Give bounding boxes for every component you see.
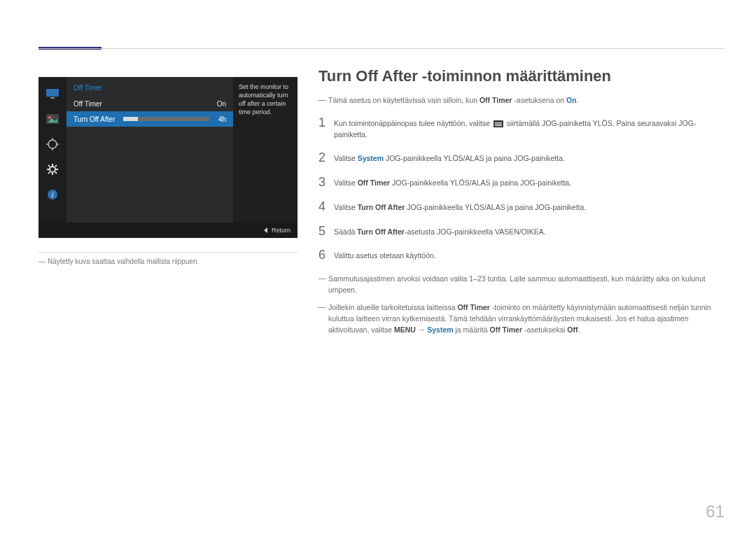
step-3: 3 Valitse Off Timer JOG-painikkeella YLÖ… bbox=[318, 176, 724, 189]
step-text: Kun toimintonäppäinopas tulee näyttöön, … bbox=[334, 116, 724, 141]
steps-list: 1 Kun toimintonäppäinopas tulee näyttöön… bbox=[318, 116, 724, 262]
step-text: Valitse Turn Off After JOG-painikkeella … bbox=[334, 200, 586, 213]
osd-row-value: On bbox=[217, 100, 226, 108]
step-text: Valitse System JOG-painikkeella YLÖS/ALA… bbox=[334, 151, 565, 164]
svg-point-3 bbox=[48, 116, 51, 119]
step-number: 2 bbox=[318, 151, 334, 164]
page-number: 61 bbox=[706, 502, 724, 521]
step-5: 5 Säädä Turn Off After-asetusta JOG-pain… bbox=[318, 225, 724, 238]
osd-sidebar: i bbox=[38, 77, 66, 223]
step-number: 1 bbox=[318, 116, 334, 129]
monitor-icon bbox=[43, 84, 62, 104]
step-2: 2 Valitse System JOG-painikkeella YLÖS/A… bbox=[318, 151, 724, 164]
svg-rect-1 bbox=[50, 97, 55, 99]
intro-mid: -asetuksena on bbox=[512, 96, 566, 104]
osd-caption-text: Näytetty kuva saattaa vaihdella mallista… bbox=[48, 258, 199, 265]
info-icon: i bbox=[43, 185, 62, 204]
osd-slider-fill bbox=[123, 117, 138, 121]
svg-line-15 bbox=[55, 172, 57, 174]
picture-icon bbox=[43, 109, 62, 129]
back-triangle-icon bbox=[264, 227, 267, 233]
osd-row-offtimer: Off Timer On bbox=[66, 96, 233, 111]
intro-bold: Off Timer bbox=[479, 96, 512, 104]
osd-return-label: Return bbox=[272, 227, 290, 234]
footnote-2: Joillekin alueille tarkoitetuissa laitte… bbox=[318, 302, 724, 336]
osd-row-label: Turn Off After bbox=[74, 115, 115, 123]
osd-help-text: Set the monitor to automatically turn of… bbox=[233, 77, 298, 223]
menu-icon bbox=[493, 120, 503, 127]
step-6: 6 Valittu asetus otetaan käyttöön. bbox=[318, 248, 724, 262]
intro-pre: Tämä asetus on käytettävissä vain silloi… bbox=[328, 96, 479, 104]
intro-post: . bbox=[577, 96, 579, 104]
osd-menu-title: Off Timer bbox=[66, 81, 233, 96]
step-4: 4 Valitse Turn Off After JOG-painikkeell… bbox=[318, 200, 724, 213]
main-content: Turn Off After -toiminnon määrittäminen … bbox=[318, 67, 724, 341]
intro-blue: On bbox=[566, 96, 577, 104]
step-number: 3 bbox=[318, 176, 334, 188]
osd-caption: ―Näytetty kuva saattaa vaihdella mallist… bbox=[38, 258, 199, 265]
osd-slider bbox=[123, 117, 209, 121]
header-rule bbox=[38, 48, 724, 49]
svg-rect-0 bbox=[46, 89, 59, 97]
svg-point-4 bbox=[48, 140, 57, 148]
footnotes: Sammutusajastimen arvoksi voidaan valita… bbox=[318, 273, 724, 335]
step-1: 1 Kun toimintonäppäinopas tulee näyttöön… bbox=[318, 116, 724, 141]
svg-text:i: i bbox=[51, 190, 53, 199]
svg-point-9 bbox=[50, 167, 55, 172]
osd-caption-rule bbox=[38, 252, 298, 253]
osd-footer: Return bbox=[38, 223, 298, 238]
osd-row-turnoffafter: Turn Off After 4h bbox=[66, 111, 233, 127]
osd-main: Off Timer Off Timer On Turn Off After 4h… bbox=[66, 77, 298, 223]
step-text: Valittu asetus otetaan käyttöön. bbox=[334, 248, 436, 262]
target-icon bbox=[43, 134, 62, 154]
step-number: 6 bbox=[318, 248, 334, 261]
osd-screenshot: i Off Timer Off Timer On Turn Off After … bbox=[38, 77, 298, 238]
intro-note: Tämä asetus on käytettävissä vain silloi… bbox=[318, 95, 724, 106]
osd-row-value: 4h bbox=[218, 115, 226, 123]
step-number: 4 bbox=[318, 200, 334, 213]
osd-menu: Off Timer Off Timer On Turn Off After 4h bbox=[66, 77, 233, 223]
osd-body: i Off Timer Off Timer On Turn Off After … bbox=[38, 77, 298, 223]
gear-icon bbox=[43, 160, 62, 179]
step-text: Valitse Off Timer JOG-painikkeella YLÖS/… bbox=[334, 176, 571, 189]
step-text: Säädä Turn Off After-asetusta JOG-painik… bbox=[334, 225, 546, 238]
svg-line-14 bbox=[48, 165, 50, 167]
svg-line-16 bbox=[48, 172, 50, 174]
svg-line-17 bbox=[55, 165, 57, 167]
page-title: Turn Off After -toiminnon määrittäminen bbox=[318, 67, 724, 85]
osd-row-label: Off Timer bbox=[74, 100, 102, 108]
step-number: 5 bbox=[318, 225, 334, 237]
footnote-1: Sammutusajastimen arvoksi voidaan valita… bbox=[318, 273, 724, 296]
